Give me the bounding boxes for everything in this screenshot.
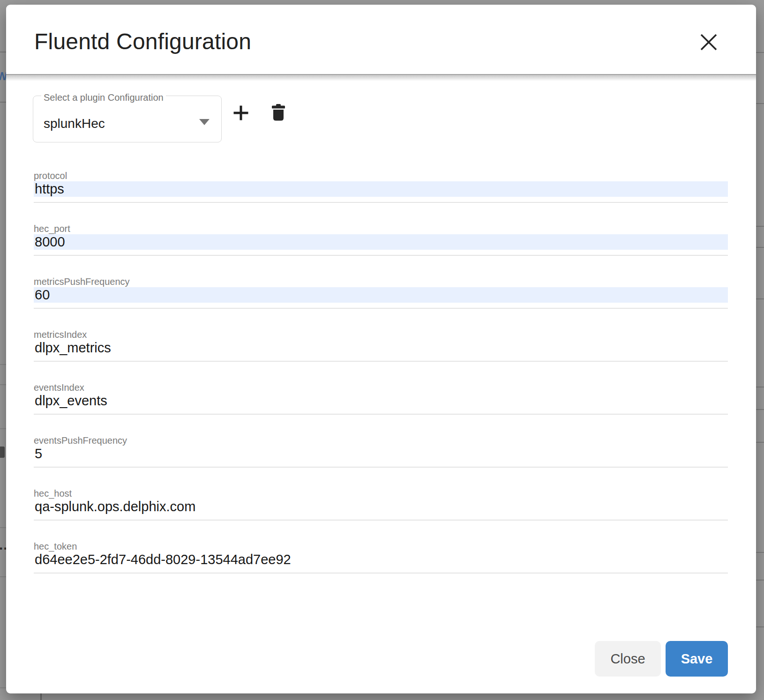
background-line bbox=[756, 298, 764, 299]
plugin-configuration-select[interactable]: Select a plugin Configuration splunkHec bbox=[33, 96, 222, 142]
save-button[interactable]: Save bbox=[666, 641, 728, 677]
field-underline bbox=[34, 467, 728, 468]
field-underline bbox=[34, 255, 728, 256]
field-input[interactable]: 5 bbox=[34, 446, 728, 462]
field-input[interactable]: dlpx_metrics bbox=[34, 340, 728, 356]
background-line bbox=[0, 527, 7, 528]
close-button[interactable]: Close bbox=[595, 641, 661, 677]
background-line bbox=[756, 387, 764, 387]
background-line bbox=[756, 226, 764, 227]
field-metricsPushFrequency: metricsPushFrequency60 bbox=[34, 276, 728, 329]
background-line bbox=[0, 52, 7, 52]
field-eventsIndex: eventsIndexdlpx_events bbox=[34, 382, 728, 435]
field-protocol: protocolhttps bbox=[34, 170, 728, 223]
field-underline bbox=[34, 573, 728, 573]
field-input[interactable]: 60 bbox=[34, 287, 728, 303]
field-underline bbox=[34, 308, 728, 309]
plugin-select-label: Select a plugin Configuration bbox=[41, 92, 166, 103]
field-metricsIndex: metricsIndexdlpx_metrics bbox=[34, 329, 728, 382]
field-label: hec_host bbox=[34, 488, 728, 499]
field-eventsPushFrequency: eventsPushFrequency5 bbox=[34, 435, 728, 488]
close-x-icon bbox=[698, 32, 719, 52]
field-label: eventsIndex bbox=[34, 382, 728, 393]
background-line bbox=[0, 428, 7, 429]
background-line bbox=[0, 576, 7, 577]
background-line bbox=[756, 52, 764, 53]
field-label: eventsPushFrequency bbox=[34, 435, 728, 446]
field-input[interactable]: 8000 bbox=[34, 234, 728, 250]
background-line bbox=[0, 687, 7, 688]
field-input[interactable]: qa-splunk.ops.delphix.com bbox=[34, 499, 728, 514]
background-line bbox=[756, 580, 764, 581]
chevron-down-icon bbox=[199, 119, 210, 125]
background-line bbox=[0, 364, 7, 365]
background-icon-fragment bbox=[0, 447, 5, 458]
field-label: hec_port bbox=[34, 223, 728, 234]
field-underline bbox=[34, 202, 728, 203]
field-label: metricsPushFrequency bbox=[34, 276, 728, 287]
field-input[interactable]: dlpx_events bbox=[34, 393, 728, 409]
field-underline bbox=[34, 520, 728, 521]
dialog-title: Fluentd Configuration bbox=[34, 28, 251, 55]
field-hec_host: hec_hostqa-splunk.ops.delphix.com bbox=[34, 488, 728, 541]
field-hec_token: hec_tokend64ee2e5-2fd7-46dd-8029-13544ad… bbox=[34, 541, 728, 594]
configuration-fields: protocolhttpshec_port8000metricsPushFreq… bbox=[34, 170, 728, 594]
field-input[interactable]: d64ee2e5-2fd7-46dd-8029-13544ad7ee92 bbox=[34, 552, 728, 567]
field-label: metricsIndex bbox=[34, 329, 728, 340]
header-shadow bbox=[6, 75, 756, 81]
close-dialog-button[interactable] bbox=[698, 32, 719, 52]
delete-configuration-button[interactable] bbox=[271, 104, 285, 121]
field-label: hec_token bbox=[34, 541, 728, 552]
trash-icon bbox=[271, 104, 285, 121]
field-underline bbox=[34, 414, 728, 415]
fluentd-configuration-dialog: Fluentd Configuration Select a plugin Co… bbox=[6, 5, 756, 693]
background-line bbox=[40, 693, 42, 700]
background-line bbox=[756, 626, 764, 627]
background-line bbox=[756, 409, 764, 410]
field-input[interactable]: https bbox=[34, 181, 728, 197]
background-line bbox=[756, 103, 764, 104]
field-label: protocol bbox=[34, 170, 728, 181]
background-line bbox=[756, 247, 764, 248]
field-underline bbox=[34, 361, 728, 362]
add-configuration-button[interactable] bbox=[233, 105, 249, 121]
background-line bbox=[0, 384, 7, 385]
dialog-header: Fluentd Configuration bbox=[6, 5, 756, 74]
background-line bbox=[756, 552, 764, 553]
background-line bbox=[0, 102, 7, 103]
plus-icon bbox=[233, 105, 249, 121]
field-hec_port: hec_port8000 bbox=[34, 223, 728, 276]
background-line bbox=[756, 442, 764, 443]
plugin-select-value: splunkHec bbox=[44, 116, 105, 132]
